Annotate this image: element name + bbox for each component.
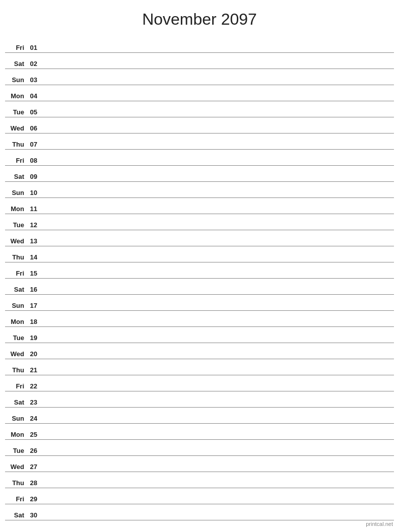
day-name: Sat [5,173,26,180]
day-name: Sat [5,398,26,406]
day-number: 10 [26,189,40,196]
day-number: 18 [26,318,40,325]
day-number: 07 [26,141,40,148]
day-row: Mon18 [5,311,394,327]
day-line [40,99,394,100]
day-line [40,164,394,164]
calendar-grid: Fri01Sat02Sun03Mon04Tue05Wed06Thu07Fri08… [0,37,399,520]
day-row: Wed06 [5,117,394,134]
day-row: Mon04 [5,85,394,101]
day-row: Sat30 [5,504,394,520]
day-name: Tue [5,221,26,229]
day-line [40,196,394,196]
day-line [40,373,394,374]
day-row: Fri22 [5,375,394,391]
day-name: Fri [5,44,26,51]
day-number: 24 [26,415,40,422]
day-name: Sun [5,189,26,196]
day-row: Sat16 [5,279,394,295]
day-name: Wed [5,124,26,132]
day-line [40,309,394,309]
day-number: 22 [26,382,40,390]
watermark: printcal.net [366,521,393,527]
day-row: Fri08 [5,150,394,166]
day-name: Sun [5,302,26,309]
day-number: 03 [26,76,40,84]
day-name: Mon [5,205,26,213]
day-name: Mon [5,318,26,325]
day-line [40,83,394,84]
day-row: Wed27 [5,456,394,472]
day-row: Thu07 [5,134,394,150]
day-row: Fri29 [5,488,394,504]
day-name: Fri [5,270,26,277]
day-line [40,357,394,358]
day-row: Thu28 [5,472,394,488]
day-number: 14 [26,253,40,261]
day-line [40,67,394,68]
day-line [40,148,394,148]
day-name: Fri [5,495,26,503]
day-row: Sun10 [5,182,394,198]
day-row: Tue12 [5,214,394,230]
day-number: 04 [26,92,40,100]
day-row: Sun24 [5,408,394,424]
day-name: Mon [5,431,26,438]
day-row: Tue19 [5,327,394,343]
day-row: Thu14 [5,246,394,262]
day-row: Sat23 [5,391,394,408]
day-name: Thu [5,366,26,374]
day-name: Thu [5,253,26,261]
day-number: 09 [26,173,40,180]
day-name: Sat [5,60,26,68]
day-row: Sun03 [5,69,394,85]
day-name: Sun [5,76,26,84]
day-number: 15 [26,270,40,277]
day-name: Fri [5,382,26,390]
day-name: Wed [5,463,26,471]
day-number: 08 [26,157,40,164]
day-row: Sun17 [5,295,394,311]
day-line [40,277,394,277]
day-line [40,51,394,51]
day-number: 21 [26,366,40,374]
day-line [40,389,394,390]
day-line [40,518,394,519]
day-line [40,486,394,487]
day-number: 28 [26,479,40,487]
day-number: 26 [26,447,40,454]
day-row: Tue26 [5,440,394,456]
day-number: 16 [26,286,40,293]
day-number: 13 [26,237,40,245]
day-name: Tue [5,334,26,342]
day-name: Wed [5,350,26,358]
day-line [40,180,394,180]
page-title: November 2097 [0,0,399,37]
day-number: 23 [26,398,40,406]
day-line [40,228,394,229]
day-row: Tue05 [5,101,394,117]
day-name: Tue [5,108,26,116]
day-name: Sat [5,286,26,293]
day-number: 02 [26,60,40,68]
day-name: Thu [5,141,26,148]
day-line [40,325,394,325]
day-line [40,115,394,116]
day-row: Fri15 [5,262,394,279]
day-row: Fri01 [5,37,394,53]
day-name: Fri [5,157,26,164]
day-name: Sun [5,415,26,422]
day-name: Thu [5,479,26,487]
day-line [40,470,394,471]
day-name: Sat [5,511,26,519]
day-number: 12 [26,221,40,229]
day-name: Tue [5,447,26,454]
day-line [40,406,394,406]
day-name: Wed [5,237,26,245]
day-line [40,244,394,245]
day-line [40,212,394,213]
day-number: 11 [26,205,40,213]
day-row: Sat09 [5,166,394,182]
day-row: Wed20 [5,343,394,359]
day-row: Mon11 [5,198,394,214]
